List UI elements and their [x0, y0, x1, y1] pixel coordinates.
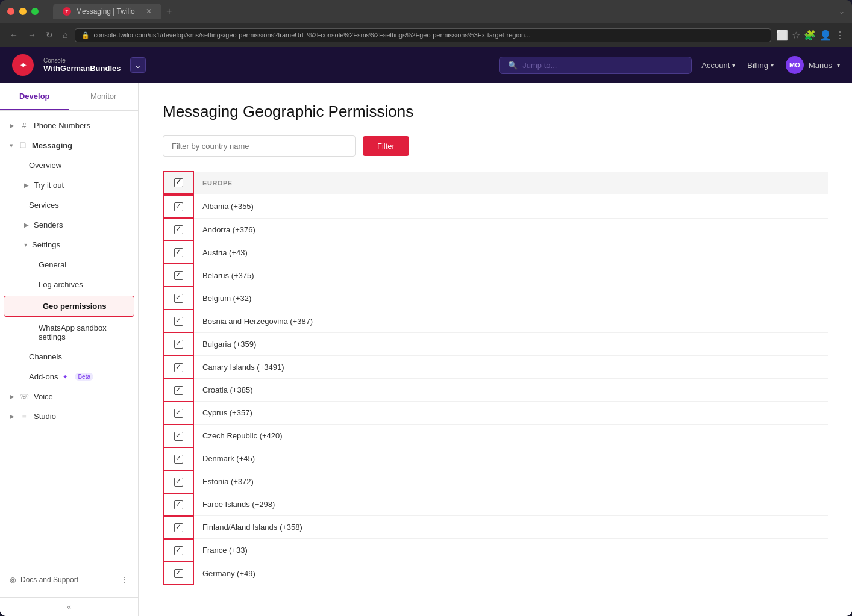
voice-icon: ☏	[19, 393, 29, 401]
country-name: Faroe Islands (+298)	[193, 493, 828, 516]
sidebar-item-geo-permissions[interactable]: Geo permissions	[4, 296, 134, 317]
account-menu[interactable]: Account ▾	[701, 61, 735, 70]
sidebar-label-try-it-out: Try it out	[34, 181, 64, 190]
browser-frame: T Messaging | Twilio ✕ + ⌄ ← → ↻ ⌂ 🔒 con…	[0, 0, 852, 616]
billing-chevron: ▾	[771, 62, 774, 69]
region-checkbox-cell	[163, 172, 193, 194]
sidebar-item-phone-numbers[interactable]: ▶ # Phone Numbers	[0, 116, 138, 135]
country-checkbox-5[interactable]	[174, 317, 183, 326]
country-filter-input[interactable]	[163, 135, 356, 157]
traffic-light-minimize[interactable]	[19, 8, 27, 15]
sidebar-item-senders[interactable]: ▶ Senders	[0, 215, 138, 235]
sidebar-item-settings[interactable]: ▾ Settings	[0, 235, 138, 255]
country-checkbox-14[interactable]	[174, 523, 183, 532]
docs-more-icon[interactable]: ⋮	[121, 576, 128, 584]
sidebar-item-log-archives[interactable]: Log archives	[0, 275, 138, 294]
country-checkbox-2[interactable]	[174, 248, 183, 257]
sidebar-item-channels[interactable]: Channels	[0, 347, 138, 367]
country-name: Bosnia and Herzegovina (+387)	[193, 310, 828, 332]
sidebar-label-log-archives: Log archives	[39, 280, 83, 289]
billing-menu[interactable]: Billing ▾	[747, 61, 774, 70]
home-button[interactable]: ⌂	[60, 28, 70, 42]
tab-monitor[interactable]: Monitor	[69, 83, 139, 110]
sidebar-item-overview[interactable]: Overview	[0, 155, 138, 175]
table-row: Estonia (+372)	[163, 470, 828, 493]
table-row: Canary Islands (+3491)	[163, 355, 828, 378]
sidebar-label-studio: Studio	[34, 412, 56, 421]
table-row: Belarus (+375)	[163, 264, 828, 287]
sidebar-item-voice[interactable]: ▶ ☏ Voice	[0, 387, 138, 406]
filter-button[interactable]: Filter	[363, 136, 409, 156]
sidebar-item-services[interactable]: Services	[0, 195, 138, 215]
sidebar-item-messaging[interactable]: ▾ ☐ Messaging	[0, 135, 138, 155]
docs-support-item[interactable]: ◎ Docs and Support ⋮	[10, 572, 128, 588]
checkbox-cell	[163, 447, 193, 470]
country-name: Germany (+49)	[193, 562, 828, 585]
table-row: Bulgaria (+359)	[163, 332, 828, 355]
countries-table: EUROPE	[163, 171, 828, 194]
checkbox-cell	[163, 287, 193, 310]
country-checkbox-12[interactable]	[174, 478, 183, 487]
country-checkbox-13[interactable]	[174, 500, 183, 509]
back-button[interactable]: ←	[7, 28, 20, 42]
try-it-out-chevron: ▶	[24, 182, 29, 188]
browser-tab-active[interactable]: T Messaging | Twilio ✕	[53, 4, 161, 19]
country-checkbox-0[interactable]	[174, 202, 183, 211]
sidebar-label-channels: Channels	[29, 352, 62, 361]
sidebar-label-whatsapp-sandbox: WhatsApp sandbox settings	[39, 323, 128, 341]
checkbox-cell	[163, 402, 193, 425]
country-checkbox-9[interactable]	[174, 409, 183, 418]
profile-icon[interactable]: 👤	[819, 30, 832, 41]
user-name: Marius	[809, 61, 832, 70]
global-search[interactable]: 🔍 Jump to...	[499, 57, 692, 74]
sidebar-item-general[interactable]: General	[0, 255, 138, 275]
sidebar-collapse-button[interactable]: «	[0, 597, 138, 616]
country-rows-table: Albania (+355)Andorra (+376)Austria (+43…	[163, 194, 828, 585]
console-name[interactable]: WithGermanBundles	[43, 64, 121, 73]
sidebar-item-studio[interactable]: ▶ ≡ Studio	[0, 406, 138, 426]
user-chevron: ▾	[837, 62, 840, 69]
country-name: Belgium (+32)	[193, 287, 828, 310]
tab-close-btn[interactable]: ✕	[146, 7, 152, 16]
country-checkbox-1[interactable]	[174, 225, 183, 234]
table-row: France (+33)	[163, 539, 828, 562]
sidebar-item-try-it-out[interactable]: ▶ Try it out	[0, 175, 138, 195]
twilio-logo[interactable]: ✦	[12, 54, 34, 76]
country-checkbox-15[interactable]	[174, 546, 183, 555]
country-checkbox-7[interactable]	[174, 363, 183, 372]
browser-nav: ← → ↻ ⌂ 🔒 console.twilio.com/us1/develop…	[0, 23, 852, 47]
country-checkbox-10[interactable]	[174, 432, 183, 441]
sidebar-item-add-ons[interactable]: Add-ons ✦ Beta	[0, 367, 138, 387]
share-icon[interactable]: ⬜	[776, 30, 788, 41]
add-tab-button[interactable]: +	[166, 6, 172, 17]
billing-label: Billing	[747, 61, 768, 70]
account-chevron: ▾	[732, 62, 735, 69]
user-menu[interactable]: MO Marius ▾	[786, 56, 840, 74]
menu-icon[interactable]: ⋮	[835, 30, 845, 41]
extension-icon[interactable]: 🧩	[804, 30, 816, 41]
country-checkbox-4[interactable]	[174, 294, 183, 303]
console-switcher-btn[interactable]: ⌄	[130, 57, 146, 73]
country-name: Czech Republic (+420)	[193, 425, 828, 447]
checkbox-cell	[163, 379, 193, 402]
country-checkbox-16[interactable]	[174, 569, 183, 578]
sidebar-item-whatsapp-sandbox[interactable]: WhatsApp sandbox settings	[0, 318, 138, 347]
table-row: Belgium (+32)	[163, 287, 828, 310]
window-controls[interactable]: ⌄	[839, 7, 845, 16]
country-checkbox-11[interactable]	[174, 455, 183, 464]
address-bar[interactable]: 🔒 console.twilio.com/us1/develop/sms/set…	[75, 28, 771, 42]
reload-button[interactable]: ↻	[43, 28, 55, 42]
country-checkbox-3[interactable]	[174, 271, 183, 280]
traffic-light-close[interactable]	[7, 8, 14, 15]
region-checkbox[interactable]	[174, 178, 183, 187]
checkbox-cell	[163, 470, 193, 493]
forward-button[interactable]: →	[25, 28, 39, 42]
checkbox-cell	[163, 195, 193, 218]
senders-chevron: ▶	[24, 222, 29, 228]
traffic-light-maximize[interactable]	[31, 8, 39, 15]
country-checkbox-8[interactable]	[174, 386, 183, 395]
country-name: Austria (+43)	[193, 241, 828, 264]
country-checkbox-6[interactable]	[174, 340, 183, 349]
bookmark-icon[interactable]: ☆	[792, 30, 800, 41]
tab-develop[interactable]: Develop	[0, 83, 69, 110]
